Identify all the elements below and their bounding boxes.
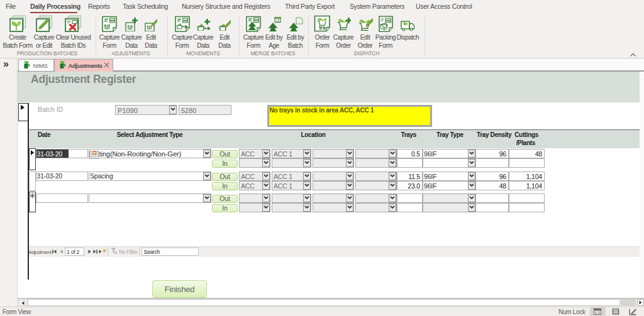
svg-text:15: 15 [275,19,279,23]
